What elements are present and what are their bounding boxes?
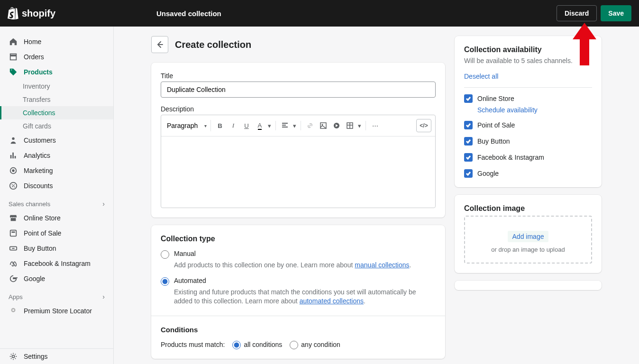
- radio-any-condition[interactable]: [290, 341, 298, 349]
- page-title: Create collection: [175, 39, 251, 50]
- chevron-right-icon[interactable]: ›: [102, 200, 105, 208]
- nav-settings[interactable]: Settings: [0, 349, 113, 364]
- products-icon: [9, 68, 18, 76]
- description-label: Description: [161, 105, 436, 113]
- sidebar: Home Orders Products Inventory Transfers…: [0, 27, 114, 364]
- dropzone-text: or drop an image to upload: [470, 246, 586, 253]
- color-button[interactable]: A: [254, 119, 266, 132]
- store-icon: [9, 214, 18, 222]
- nav-orders[interactable]: Orders: [0, 49, 113, 64]
- manual-collections-link[interactable]: manual collections: [355, 261, 409, 269]
- nav-products[interactable]: Products: [0, 64, 113, 80]
- orders-icon: [9, 53, 18, 61]
- link-button[interactable]: [304, 119, 316, 132]
- availability-heading: Collection availability: [464, 46, 592, 54]
- card-collection-type: Collection type Manual Add products to t…: [151, 225, 445, 359]
- checkbox-google[interactable]: [464, 169, 473, 178]
- video-button[interactable]: [330, 119, 343, 132]
- nav-home[interactable]: Home: [0, 34, 113, 49]
- nav-section-sales-channels: Sales channels›: [0, 193, 113, 210]
- shopify-bag-icon: [8, 7, 19, 19]
- table-button[interactable]: [344, 119, 356, 132]
- image-dropzone[interactable]: Add image or drop an image to upload: [464, 216, 592, 264]
- google-icon: [9, 274, 18, 283]
- checkbox-pos[interactable]: [464, 121, 473, 129]
- rte-format-select[interactable]: Paragraph: [165, 120, 208, 131]
- nav-facebook-instagram[interactable]: Facebook & Instagram: [0, 256, 113, 271]
- nav-section-apps: Apps›: [0, 286, 113, 303]
- arrow-left-icon: [155, 40, 164, 49]
- home-icon: [9, 37, 18, 46]
- chevron-right-icon[interactable]: ›: [102, 293, 105, 300]
- nav-analytics[interactable]: Analytics: [0, 148, 113, 163]
- svg-point-9: [12, 355, 14, 357]
- nav-gift-cards[interactable]: Gift cards: [0, 119, 113, 133]
- meta-icon: [9, 259, 18, 268]
- svg-point-8: [12, 309, 14, 311]
- schedule-availability-link[interactable]: Schedule availability: [477, 106, 538, 114]
- automated-collections-link[interactable]: automated collections: [300, 297, 364, 305]
- nav-online-store[interactable]: Online Store: [0, 210, 113, 226]
- radio-all-conditions[interactable]: [232, 341, 241, 349]
- nav-transfers[interactable]: Transfers: [0, 93, 113, 106]
- card-collection-image: Collection image Add image or drop an im…: [455, 195, 602, 273]
- code-view-button[interactable]: </>: [416, 119, 431, 132]
- add-image-button[interactable]: Add image: [508, 231, 549, 242]
- topbar: shopify Unsaved collection Discard Save: [0, 0, 639, 27]
- align-caret[interactable]: ▾: [291, 119, 298, 132]
- page-header: Create collection: [151, 36, 445, 53]
- main-content: Create collection Title Description Para…: [114, 27, 639, 364]
- checkbox-buy-button[interactable]: [464, 137, 473, 146]
- marketing-icon: [9, 166, 18, 175]
- italic-button[interactable]: I: [227, 119, 239, 132]
- description-input[interactable]: [161, 136, 435, 208]
- nav-app-store-locator[interactable]: Premium Store Locator: [0, 303, 113, 318]
- customers-icon: [9, 136, 18, 145]
- align-button[interactable]: [279, 119, 291, 132]
- deselect-all-link[interactable]: Deselect all: [464, 73, 498, 80]
- rich-text-editor: Paragraph B I U A▾ ▾ ▾ ⋯ <: [161, 115, 436, 208]
- svg-rect-5: [11, 231, 15, 233]
- discard-button[interactable]: Discard: [557, 5, 597, 21]
- topbar-title: Unsaved collection: [156, 9, 221, 18]
- conditions-heading: Conditions: [161, 326, 436, 334]
- nav-inventory[interactable]: Inventory: [0, 80, 113, 93]
- radio-manual[interactable]: [161, 250, 169, 259]
- radio-automated[interactable]: [161, 277, 169, 286]
- nav-customers[interactable]: Customers: [0, 133, 113, 148]
- checkbox-online-store[interactable]: [464, 94, 473, 103]
- back-button[interactable]: [151, 36, 168, 53]
- svg-point-0: [12, 137, 14, 140]
- analytics-icon: [9, 151, 18, 160]
- nav-marketing[interactable]: Marketing: [0, 163, 113, 178]
- svg-point-1: [12, 169, 14, 172]
- nav-collections[interactable]: Collections: [0, 106, 113, 119]
- shopify-logo: shopify: [8, 7, 55, 19]
- color-caret[interactable]: ▾: [266, 119, 273, 132]
- title-input[interactable]: [161, 82, 436, 98]
- bold-button[interactable]: B: [214, 119, 226, 132]
- title-label: Title: [161, 72, 436, 80]
- card-extra: [455, 281, 602, 290]
- nav-buy-button[interactable]: Buy Button: [0, 241, 113, 256]
- card-title-description: Title Description Paragraph B I U A▾ ▾: [151, 63, 445, 218]
- pos-icon: [9, 229, 18, 237]
- nav-pos[interactable]: Point of Sale: [0, 226, 113, 241]
- buy-button-icon: [9, 244, 18, 253]
- nav-discounts[interactable]: Discounts: [0, 178, 113, 193]
- image-button[interactable]: [317, 119, 329, 132]
- save-button[interactable]: Save: [601, 5, 631, 21]
- manual-label[interactable]: Manual: [174, 250, 196, 257]
- more-button[interactable]: ⋯: [369, 119, 381, 132]
- rte-toolbar: Paragraph B I U A▾ ▾ ▾ ⋯ <: [161, 115, 435, 136]
- checkbox-fb-ig[interactable]: [464, 153, 473, 162]
- nav-google[interactable]: Google: [0, 271, 113, 286]
- automated-description: Existing and future products that match …: [174, 288, 436, 306]
- topbar-actions: Discard Save: [557, 5, 631, 21]
- table-caret[interactable]: ▾: [356, 119, 363, 132]
- automated-label[interactable]: Automated: [174, 277, 206, 284]
- underline-button[interactable]: U: [240, 119, 253, 132]
- pin-icon: [9, 307, 18, 315]
- conditions-match-row: Products must match: all conditions any …: [161, 340, 436, 349]
- gear-icon: [9, 352, 18, 361]
